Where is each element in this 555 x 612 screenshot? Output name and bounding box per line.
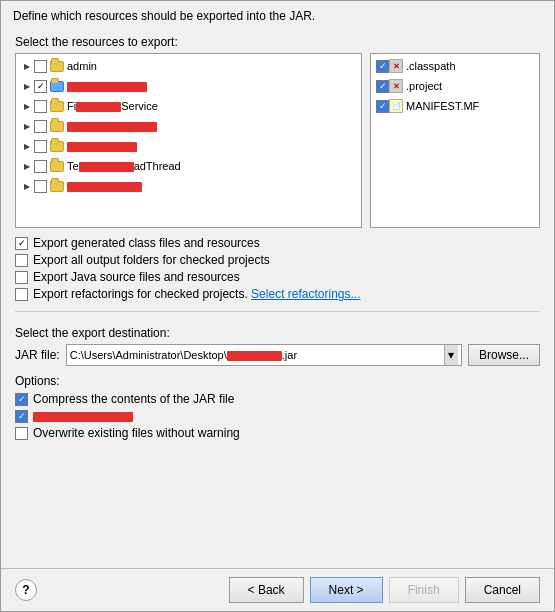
tree-label-admin: admin — [67, 60, 97, 72]
file-item-manifest[interactable]: 📄 MANIFEST.MF — [373, 96, 537, 116]
cb-compress[interactable] — [15, 393, 28, 406]
arrow-icon: ▶ — [20, 179, 34, 193]
tree-item-7[interactable]: ▶ — [18, 176, 359, 196]
jar-export-dialog: Define which resources should be exporte… — [0, 0, 555, 612]
files-panel[interactable]: ✕ .classpath ✕ .project 📄 MANIFEST.MF — [370, 53, 540, 228]
cb-compress-label: Compress the contents of the JAR file — [33, 392, 234, 406]
folder-icon-4 — [49, 118, 65, 134]
footer-left: ? — [15, 579, 37, 601]
arrow-icon: ▶ — [20, 79, 34, 93]
divider — [15, 311, 540, 312]
tree-item-4[interactable]: ▶ — [18, 116, 359, 136]
arrow-icon: ▶ — [20, 119, 34, 133]
cb-export-output-label: Export all output folders for checked pr… — [33, 253, 270, 267]
folder-icon-3 — [49, 98, 65, 114]
tree-item-admin[interactable]: ▶ admin — [18, 56, 359, 76]
header-text: Define which resources should be exporte… — [13, 9, 315, 23]
tree-label-5 — [67, 140, 137, 152]
file-label-manifest: MANIFEST.MF — [406, 100, 479, 112]
file-icon-x2: ✕ — [389, 79, 403, 93]
cb-export-java[interactable] — [15, 271, 28, 284]
export-java-row[interactable]: Export Java source files and resources — [15, 270, 540, 284]
jar-file-row: JAR file: C:\Users\Administrator\Desktop… — [15, 344, 540, 366]
overwrite-row[interactable]: Overwrite existing files without warning — [15, 426, 540, 440]
tree-check-5[interactable] — [34, 140, 47, 153]
tree-check-4[interactable] — [34, 120, 47, 133]
file-icon-x: ✕ — [389, 59, 403, 73]
help-button[interactable]: ? — [15, 579, 37, 601]
tree-check-3[interactable] — [34, 100, 47, 113]
add-dir-row[interactable] — [15, 409, 540, 423]
tree-panel[interactable]: ▶ admin ▶ ▶ — [15, 53, 362, 228]
jar-file-label: JAR file: — [15, 348, 60, 362]
tree-check-6[interactable] — [34, 160, 47, 173]
tree-label-4 — [67, 120, 157, 132]
export-refactor-row[interactable]: Export refactorings for checked projects… — [15, 287, 540, 301]
tree-item-2[interactable]: ▶ — [18, 76, 359, 96]
compress-row[interactable]: Compress the contents of the JAR file — [15, 392, 540, 406]
cancel-button[interactable]: Cancel — [465, 577, 540, 603]
back-button[interactable]: < Back — [229, 577, 304, 603]
options-label: Options: — [15, 374, 540, 388]
jar-path-text: C:\Users\Administrator\Desktop\.jar — [70, 349, 444, 361]
dialog-footer: ? < Back Next > Finish Cancel — [1, 568, 554, 611]
dialog-body: Select the resources to export: ▶ admin … — [1, 27, 554, 568]
folder-icon-7 — [49, 178, 65, 194]
tree-label-7 — [67, 180, 142, 192]
tree-check-admin[interactable] — [34, 60, 47, 73]
export-output-row[interactable]: Export all output folders for checked pr… — [15, 253, 540, 267]
cb-export-refactor-label: Export refactorings for checked projects… — [33, 287, 361, 301]
resources-panel: ▶ admin ▶ ▶ — [15, 53, 540, 228]
cb-export-java-label: Export Java source files and resources — [33, 270, 240, 284]
cb-add-dir-label — [33, 409, 133, 423]
finish-button[interactable]: Finish — [389, 577, 459, 603]
jar-path-input[interactable]: C:\Users\Administrator\Desktop\.jar ▾ — [66, 344, 462, 366]
tree-item-5[interactable]: ▶ — [18, 136, 359, 156]
cb-export-class-label: Export generated class files and resourc… — [33, 236, 260, 250]
folder-icon-admin — [49, 58, 65, 74]
cb-export-output[interactable] — [15, 254, 28, 267]
cb-export-class[interactable] — [15, 237, 28, 250]
arrow-icon: ▶ — [20, 139, 34, 153]
resources-section: Select the resources to export: ▶ admin … — [15, 35, 540, 228]
file-label-classpath: .classpath — [406, 60, 456, 72]
dialog-header: Define which resources should be exporte… — [1, 1, 554, 27]
arrow-icon: ▶ — [20, 159, 34, 173]
file-check-manifest[interactable] — [376, 100, 389, 113]
option-rows: Compress the contents of the JAR file Ov… — [15, 392, 540, 440]
tree-label-2 — [67, 80, 147, 92]
file-check-project[interactable] — [376, 80, 389, 93]
dropdown-arrow-icon[interactable]: ▾ — [444, 345, 458, 365]
tree-check-2[interactable] — [34, 80, 47, 93]
next-button[interactable]: Next > — [310, 577, 383, 603]
file-check-classpath[interactable] — [376, 60, 389, 73]
folder-icon-2 — [49, 78, 65, 94]
tree-label-6: TeadThread — [67, 160, 181, 172]
tree-check-7[interactable] — [34, 180, 47, 193]
arrow-icon: ▶ — [20, 99, 34, 113]
tree-label-3: FiService — [67, 100, 158, 112]
file-item-classpath[interactable]: ✕ .classpath — [373, 56, 537, 76]
resources-section-label: Select the resources to export: — [15, 35, 540, 49]
destination-section-label: Select the export destination: — [15, 326, 540, 340]
cb-overwrite[interactable] — [15, 427, 28, 440]
cb-add-dir[interactable] — [15, 410, 28, 423]
file-icon-mf: 📄 — [389, 99, 403, 113]
tree-item-3[interactable]: ▶ FiService — [18, 96, 359, 116]
cb-overwrite-label: Overwrite existing files without warning — [33, 426, 240, 440]
folder-icon-6 — [49, 158, 65, 174]
cb-export-refactor[interactable] — [15, 288, 28, 301]
select-refactorings-link[interactable]: Select refactorings... — [251, 287, 360, 301]
file-label-project: .project — [406, 80, 442, 92]
arrow-icon: ▶ — [20, 59, 34, 73]
footer-buttons: < Back Next > Finish Cancel — [229, 577, 540, 603]
options-section-label-wrap: Options: Compress the contents of the JA… — [15, 374, 540, 440]
export-options: Export generated class files and resourc… — [15, 236, 540, 301]
file-item-project[interactable]: ✕ .project — [373, 76, 537, 96]
browse-button[interactable]: Browse... — [468, 344, 540, 366]
folder-icon-5 — [49, 138, 65, 154]
export-class-row[interactable]: Export generated class files and resourc… — [15, 236, 540, 250]
destination-section: Select the export destination: JAR file:… — [15, 326, 540, 366]
tree-item-6[interactable]: ▶ TeadThread — [18, 156, 359, 176]
